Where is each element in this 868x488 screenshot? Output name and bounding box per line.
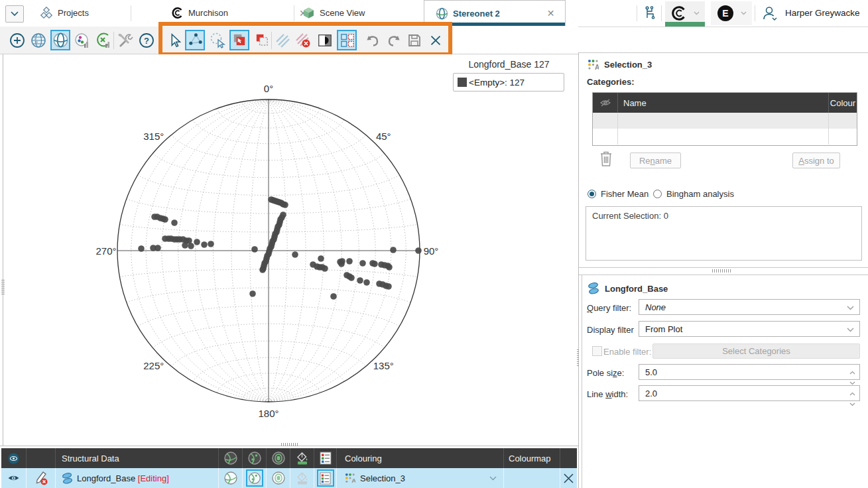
account-e-button[interactable]: E bbox=[711, 1, 752, 25]
eye-badge-icon bbox=[8, 453, 19, 464]
stereonet-plot[interactable] bbox=[3, 54, 578, 446]
invert-selection-button[interactable] bbox=[315, 30, 335, 50]
spinner-arrows[interactable] bbox=[849, 367, 855, 387]
visibility-toggle[interactable] bbox=[1, 468, 27, 488]
visibility-column-header bbox=[593, 93, 618, 113]
globe-error-chart-icon bbox=[95, 32, 112, 49]
colourmap-cell[interactable] bbox=[504, 468, 560, 488]
svg-text:A: A bbox=[351, 477, 355, 483]
structural-data-icon bbox=[62, 472, 73, 485]
polyline-select-button[interactable] bbox=[185, 30, 205, 50]
globe-view-button[interactable] bbox=[29, 30, 48, 50]
svg-text:A: A bbox=[595, 64, 599, 70]
tools-button[interactable] bbox=[115, 30, 135, 50]
pole-size-input[interactable]: 5.0 bbox=[639, 364, 860, 380]
undo-button[interactable] bbox=[363, 30, 383, 50]
panel-splitter[interactable] bbox=[579, 267, 868, 268]
chevron-down-icon bbox=[11, 11, 19, 17]
table-row[interactable] bbox=[593, 113, 857, 129]
remove-from-selection-button[interactable] bbox=[252, 30, 272, 50]
help-icon: ? bbox=[138, 32, 155, 49]
undo-icon bbox=[364, 32, 381, 49]
query-filter-dropdown[interactable]: None bbox=[639, 299, 860, 315]
close-editor-button[interactable] bbox=[426, 30, 446, 50]
e-logo-icon: E bbox=[716, 4, 735, 23]
rename-button[interactable]: Rename bbox=[630, 152, 681, 168]
panel-splitter[interactable] bbox=[579, 274, 868, 275]
eye-off-icon bbox=[599, 98, 611, 107]
stereonet-poles-icon bbox=[248, 471, 261, 485]
visibility-column-header bbox=[1, 448, 27, 468]
scene-structure-button[interactable] bbox=[642, 0, 658, 26]
categories-table[interactable]: Name Colour bbox=[592, 92, 857, 146]
legend-toggle-active[interactable] bbox=[314, 468, 337, 488]
legend-box: <Empty>: 127 bbox=[453, 73, 564, 91]
selection-icon: A bbox=[345, 473, 355, 483]
remove-planes-button[interactable] bbox=[293, 30, 313, 50]
chevron-down-icon bbox=[489, 476, 497, 481]
stereonet-contours-icon bbox=[271, 471, 286, 485]
toolbar-divider bbox=[755, 5, 755, 21]
panel-border bbox=[582, 274, 582, 488]
structural-data-header: Structural Data bbox=[56, 448, 219, 468]
category-colours-button[interactable] bbox=[72, 30, 92, 50]
help-button[interactable]: ? bbox=[137, 30, 156, 50]
toolbar-divider bbox=[661, 5, 662, 21]
svg-text:?: ? bbox=[144, 36, 149, 46]
pencil-remove-icon bbox=[34, 470, 48, 486]
toolbar-divider bbox=[113, 32, 114, 49]
line-width-input[interactable]: 2.0 bbox=[639, 385, 860, 401]
remove-row-button[interactable] bbox=[560, 468, 577, 488]
shape-list-row[interactable]: Longford_Base [Editing] bbox=[1, 468, 577, 488]
redo-button[interactable] bbox=[384, 30, 404, 50]
lasso-select-button[interactable] bbox=[208, 30, 227, 50]
show-planes-button[interactable] bbox=[273, 30, 292, 50]
table-row[interactable] bbox=[593, 129, 857, 145]
panel-splitter-handle[interactable] bbox=[712, 269, 731, 273]
spinner-arrows[interactable] bbox=[849, 389, 855, 408]
chevron-down-icon bbox=[694, 11, 700, 15]
save-icon bbox=[406, 32, 423, 49]
radio-selected-icon bbox=[588, 190, 596, 198]
left-splitter-handle[interactable] bbox=[1, 280, 5, 296]
select-cursor-button[interactable] bbox=[164, 30, 184, 50]
tab-projects[interactable]: Projects bbox=[40, 0, 89, 26]
select-categories-button[interactable]: Select Categories bbox=[652, 343, 860, 359]
delete-category-button[interactable] bbox=[599, 150, 613, 169]
central-projects-button[interactable] bbox=[665, 1, 705, 25]
bottom-splitter-handle[interactable] bbox=[281, 443, 299, 446]
polyline-select-icon bbox=[187, 32, 204, 48]
chevron-down-icon bbox=[741, 11, 747, 15]
main-toolbar: ? bbox=[0, 27, 578, 54]
fisher-mean-radio[interactable]: Fisher Mean bbox=[588, 189, 649, 199]
categories-label: Categories: bbox=[587, 77, 635, 87]
colouring-dropdown[interactable]: A Selection_3 bbox=[337, 468, 504, 488]
colour-fill-toggle-disabled[interactable] bbox=[290, 468, 314, 488]
paint-bucket-icon bbox=[296, 471, 309, 485]
enable-filter-checkbox[interactable] bbox=[592, 346, 602, 356]
save-button[interactable] bbox=[404, 30, 424, 50]
left-splitter[interactable] bbox=[3, 54, 3, 446]
assign-to-button[interactable]: Assign to bbox=[792, 152, 840, 168]
stereonet-view-button[interactable] bbox=[50, 30, 70, 50]
shape-list: Structural Data bbox=[0, 448, 577, 488]
planes-toggle[interactable] bbox=[219, 468, 243, 488]
structural-data-row-name[interactable]: Longford_Base [Editing] bbox=[56, 468, 219, 488]
globe-icon bbox=[30, 32, 47, 49]
tab-divider bbox=[131, 5, 131, 21]
grid-select-button[interactable] bbox=[337, 30, 357, 50]
planes-column-header bbox=[219, 448, 243, 468]
close-icon bbox=[563, 473, 574, 484]
tab-list-dropdown-button[interactable] bbox=[5, 5, 24, 23]
toolbar-divider bbox=[637, 5, 637, 21]
stop-editing-button[interactable] bbox=[27, 468, 56, 488]
user-menu[interactable]: Harper Greywacke bbox=[761, 0, 860, 26]
contours-toggle[interactable] bbox=[267, 468, 290, 488]
add-to-selection-button[interactable] bbox=[229, 30, 249, 50]
close-tab-icon[interactable]: ✕ bbox=[547, 8, 555, 19]
resample-button[interactable] bbox=[93, 30, 113, 50]
bingham-analysis-radio[interactable]: Bingham analysis bbox=[653, 189, 734, 199]
add-button[interactable] bbox=[7, 30, 27, 50]
display-filter-dropdown[interactable]: From Plot bbox=[639, 321, 860, 337]
poles-toggle-active[interactable] bbox=[243, 468, 267, 488]
